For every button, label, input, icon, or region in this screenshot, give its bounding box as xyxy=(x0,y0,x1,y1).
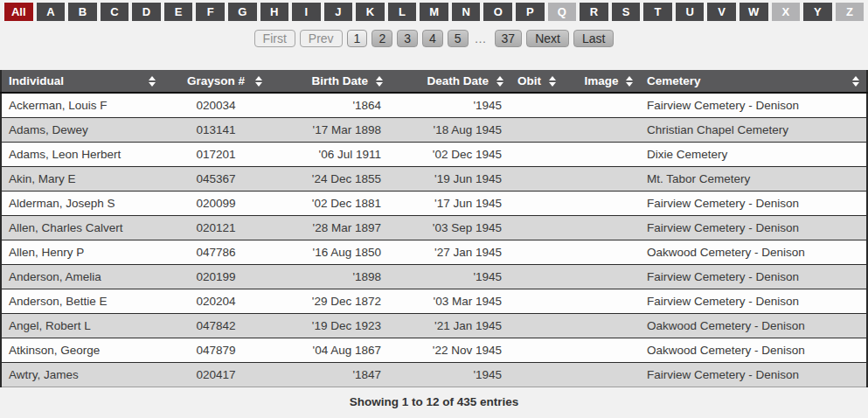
cell-grayson: 020034 xyxy=(163,93,269,118)
alphabet-button-t[interactable]: T xyxy=(643,3,672,21)
page-button-4[interactable]: 4 xyxy=(422,30,443,47)
column-header-obit[interactable]: Obit xyxy=(510,70,563,93)
alphabet-button-y[interactable]: Y xyxy=(803,3,832,21)
cell-image xyxy=(563,265,640,289)
page-ellipsis: … xyxy=(473,31,490,45)
alphabet-button-j[interactable]: J xyxy=(324,3,353,21)
cell-death-date: '18 Aug 1945 xyxy=(390,118,510,143)
sort-icon xyxy=(496,76,503,87)
cell-individual: Adams, Leon Herbert xyxy=(1,143,163,167)
table-row: Adams, Dewey 013141 '17 Mar 1898 '18 Aug… xyxy=(1,118,867,143)
alphabet-button-z: Z xyxy=(836,3,865,21)
column-header-grayson[interactable]: Grayson # xyxy=(163,70,269,93)
cell-obit xyxy=(510,265,563,289)
alphabet-button-h[interactable]: H xyxy=(260,3,289,21)
cell-obit xyxy=(510,192,563,216)
alphabet-button-k[interactable]: K xyxy=(356,3,385,21)
alphabet-button-w[interactable]: W xyxy=(740,3,768,21)
alphabet-button-o[interactable]: O xyxy=(483,3,512,21)
alphabet-button-n[interactable]: N xyxy=(452,3,481,21)
page-button-37[interactable]: 37 xyxy=(495,30,523,47)
alphabet-button-s[interactable]: S xyxy=(612,3,641,21)
cell-obit xyxy=(510,289,563,314)
page-button-2[interactable]: 2 xyxy=(372,30,392,47)
page-button-5[interactable]: 5 xyxy=(448,30,469,47)
cell-cemetery: Fairview Cemetery - Denison xyxy=(640,192,867,216)
alphabet-nav: All A B C D E F G H I J K L M N O P Q R … xyxy=(0,0,868,21)
cell-individual: Ackerman, Louis F xyxy=(1,93,163,118)
cell-death-date: '21 Jan 1945 xyxy=(390,314,510,338)
alphabet-button-d[interactable]: D xyxy=(132,3,161,21)
alphabet-button-b[interactable]: B xyxy=(68,3,97,21)
column-label: Cemetery xyxy=(647,74,701,87)
cell-birth-date: '16 Aug 1850 xyxy=(269,240,390,265)
alphabet-button-r[interactable]: R xyxy=(580,3,608,21)
next-page-button[interactable]: Next xyxy=(526,30,569,47)
column-header-birth-date[interactable]: Birth Date xyxy=(269,70,390,93)
column-header-image[interactable]: Image xyxy=(563,70,640,93)
cell-image xyxy=(563,289,640,314)
cell-image xyxy=(563,118,640,143)
table-row: Atkinson, George 047879 '04 Aug 1867 '22… xyxy=(1,338,867,363)
alphabet-button-l[interactable]: L xyxy=(388,3,417,21)
sort-icon xyxy=(852,76,859,87)
cell-cemetery: Mt. Tabor Cemetery xyxy=(640,167,867,192)
page-button-3[interactable]: 3 xyxy=(397,30,418,47)
table-header-row: Individual Grayson # Birth Date Death Da… xyxy=(1,70,867,93)
alphabet-button-e[interactable]: E xyxy=(164,3,193,21)
alphabet-button-m[interactable]: M xyxy=(420,3,448,21)
alphabet-button-all[interactable]: All xyxy=(4,3,33,21)
first-page-button: First xyxy=(254,30,295,47)
cell-individual: Atkinson, George xyxy=(1,338,163,363)
alphabet-button-c[interactable]: C xyxy=(101,3,129,21)
alphabet-button-v[interactable]: V xyxy=(707,3,736,21)
cell-death-date: '1945 xyxy=(390,93,510,118)
alphabet-button-g[interactable]: G xyxy=(228,3,257,21)
cell-grayson: 047786 xyxy=(163,240,269,265)
table-row: Anderson, Amelia 020199 '1898 '1945 Fair… xyxy=(1,265,867,289)
alphabet-button-a[interactable]: A xyxy=(37,3,66,21)
cell-individual: Allen, Henry P xyxy=(1,240,163,265)
cell-birth-date: '04 Aug 1867 xyxy=(269,338,390,363)
cell-death-date: '1945 xyxy=(390,265,510,289)
alphabet-button-p[interactable]: P xyxy=(516,3,545,21)
column-header-death-date[interactable]: Death Date xyxy=(390,70,510,93)
column-label: Image xyxy=(584,74,618,87)
column-header-cemetery[interactable]: Cemetery xyxy=(640,70,867,93)
cell-obit xyxy=(510,240,563,265)
cell-birth-date: '29 Dec 1872 xyxy=(269,289,390,314)
cell-cemetery: Fairview Cemetery - Denison xyxy=(640,289,867,314)
column-label: Birth Date xyxy=(311,74,368,87)
sort-icon xyxy=(376,76,383,87)
cell-grayson: 020204 xyxy=(163,289,269,314)
alphabet-button-f[interactable]: F xyxy=(196,3,225,21)
cell-death-date: '22 Nov 1945 xyxy=(390,338,510,363)
cell-individual: Adams, Dewey xyxy=(1,118,163,143)
cell-grayson: 020417 xyxy=(163,363,269,387)
table-row: Alderman, Joseph S 020099 '02 Dec 1881 '… xyxy=(1,192,867,216)
alphabet-button-u[interactable]: U xyxy=(676,3,705,21)
cell-cemetery: Christian Chapel Cemetery xyxy=(640,118,867,143)
cell-grayson: 013141 xyxy=(163,118,269,143)
column-header-individual[interactable]: Individual xyxy=(1,70,163,93)
cell-obit xyxy=(510,143,563,167)
cell-birth-date: '17 Mar 1898 xyxy=(269,118,390,143)
cell-death-date: '02 Dec 1945 xyxy=(390,143,510,167)
cell-obit xyxy=(510,338,563,363)
alphabet-button-i[interactable]: I xyxy=(292,3,321,21)
page-button-1[interactable]: 1 xyxy=(347,30,368,47)
sort-icon xyxy=(549,76,556,87)
cell-obit xyxy=(510,314,563,338)
cell-grayson: 020121 xyxy=(163,216,269,240)
table-row: Adams, Leon Herbert 017201 '06 Jul 1911 … xyxy=(1,143,867,167)
cell-grayson: 045367 xyxy=(163,167,269,192)
cell-cemetery: Oakwood Cemetery - Denison xyxy=(640,314,867,338)
sort-icon xyxy=(149,76,156,87)
last-page-button[interactable]: Last xyxy=(573,30,614,47)
sort-icon xyxy=(626,76,633,87)
cell-image xyxy=(563,314,640,338)
table-row: Anderson, Bettie E 020204 '29 Dec 1872 '… xyxy=(1,289,867,314)
cell-birth-date: '19 Dec 1923 xyxy=(269,314,390,338)
column-label: Individual xyxy=(9,74,64,87)
alphabet-button-x: X xyxy=(772,3,801,21)
